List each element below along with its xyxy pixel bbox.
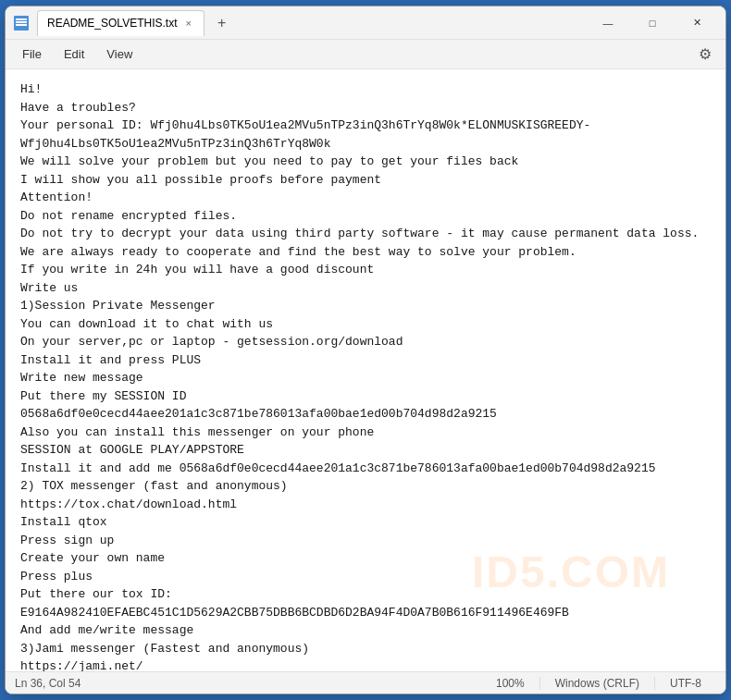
status-zoom: 100% xyxy=(481,677,539,690)
maximize-button[interactable]: □ xyxy=(631,9,674,37)
close-button[interactable]: ✕ xyxy=(675,9,718,37)
content-wrapper: Hi! Have a troubles? Your personal ID: W… xyxy=(6,69,725,671)
menu-bar: File Edit View ⚙ xyxy=(6,40,725,69)
menu-items: File Edit View xyxy=(13,43,142,65)
title-bar-left: README_SOLVETHIS.txt × + xyxy=(13,10,587,36)
window-controls: — □ ✕ xyxy=(587,9,718,37)
menu-view[interactable]: View xyxy=(97,43,142,65)
active-tab[interactable]: README_SOLVETHIS.txt × xyxy=(37,10,204,36)
minimize-button[interactable]: — xyxy=(587,9,629,37)
menu-edit[interactable]: Edit xyxy=(55,43,93,65)
status-right: 100% Windows (CRLF) UTF-8 xyxy=(481,677,716,690)
status-bar: Ln 36, Col 54 100% Windows (CRLF) UTF-8 xyxy=(6,671,725,694)
status-line-ending: Windows (CRLF) xyxy=(539,677,654,690)
status-position: Ln 36, Col 54 xyxy=(15,677,481,690)
tab-close-button[interactable]: × xyxy=(182,17,193,30)
text-content[interactable]: Hi! Have a troubles? Your personal ID: W… xyxy=(6,69,725,671)
status-encoding: UTF-8 xyxy=(654,677,716,690)
tab-label: README_SOLVETHIS.txt xyxy=(47,17,177,30)
new-tab-button[interactable]: + xyxy=(212,15,231,31)
settings-icon[interactable]: ⚙ xyxy=(692,42,718,68)
notepad-app-icon xyxy=(13,15,30,31)
notepad-window: README_SOLVETHIS.txt × + — □ ✕ File Edit… xyxy=(5,6,726,694)
title-bar: README_SOLVETHIS.txt × + — □ ✕ xyxy=(6,6,725,40)
menu-file[interactable]: File xyxy=(13,43,51,65)
